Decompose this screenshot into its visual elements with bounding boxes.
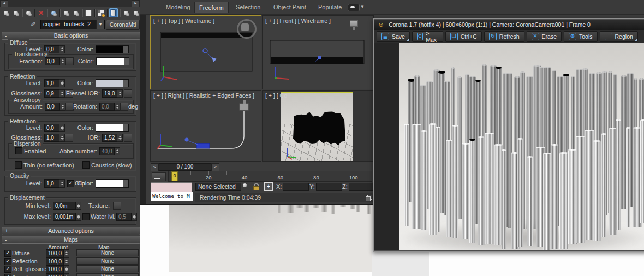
opacity-level-spinner[interactable]: 1,0 — [44, 179, 65, 188]
refraction-glossiness-spinner[interactable]: 1,0 — [44, 134, 65, 142]
refresh-button[interactable]: ↻Refresh — [484, 31, 524, 42]
map-slot-button[interactable]: None — [76, 273, 139, 276]
dispersion-enabled-checkbox[interactable] — [15, 147, 22, 154]
refraction-level-spinner[interactable]: 0,0 — [44, 124, 65, 132]
erase-button[interactable]: ✕Erase — [527, 31, 562, 42]
maxscript-listener-pink[interactable] — [151, 182, 192, 193]
ribbon-tab-object-paint[interactable]: Object Paint — [269, 2, 311, 13]
reset-material-icon[interactable]: ✕ — [37, 8, 45, 17]
viewport-top[interactable]: [ + ] [ Top ] [ Wireframe ] — [150, 15, 261, 89]
pick-material-eyedropper-icon[interactable]: ✎ — [29, 21, 37, 27]
fresnel-map-button[interactable] — [124, 89, 132, 98]
ribbon-minimize-button[interactable] — [348, 4, 360, 11]
displacement-max-spinner[interactable]: 0,001m — [53, 213, 81, 221]
assign-material-to-selection-icon[interactable] — [24, 8, 33, 17]
x-coord-field[interactable] — [283, 183, 309, 191]
map-enable-checkbox[interactable]: ✓ — [4, 274, 11, 276]
z-coord-field[interactable] — [349, 183, 375, 191]
material-type-button[interactable]: CoronaMtl — [106, 20, 140, 30]
sample-slots-scrollbar[interactable]: ◄ ► — [0, 0, 140, 7]
viewport-right[interactable]: [ + ] [ Right ] [ Realistic + Edged Face… — [150, 90, 261, 162]
transform-type-in-icon[interactable]: + — [264, 182, 273, 191]
go-forward-sibling-icon[interactable] — [132, 8, 140, 17]
map-enable-checkbox[interactable]: ✓ — [4, 266, 11, 273]
reflection-color-swatch[interactable] — [96, 79, 124, 87]
maxscript-listener-white[interactable]: Welcome to M — [151, 192, 193, 201]
refraction-glossiness-map-button[interactable] — [65, 134, 73, 142]
thin-checkbox[interactable] — [15, 161, 22, 169]
anisotropy-amount-spinner[interactable]: 0,0 — [45, 103, 65, 111]
selection-lock-icon[interactable] — [253, 183, 259, 190]
put-to-library-icon[interactable] — [71, 8, 80, 17]
rollout-advanced-options[interactable]: + Advanced options — [2, 227, 140, 235]
ior-map-button[interactable] — [124, 134, 132, 142]
show-end-result-icon[interactable] — [109, 8, 118, 17]
map-enable-checkbox[interactable]: ✓ — [4, 258, 11, 265]
timeline-next-frame-button[interactable]: > — [211, 163, 219, 171]
save-button[interactable]: ▄Save — [377, 31, 410, 42]
viewport-front-label[interactable]: [ + ] [ Front ] [ Wireframe ] — [265, 17, 331, 24]
ribbon-tab-populate[interactable]: Populate — [314, 2, 346, 13]
timeline-frame-field[interactable]: 0 / 100 — [159, 163, 211, 171]
render-to-max-button[interactable]: C> Max — [412, 31, 443, 42]
ribbon-tab-freeform[interactable]: Freeform — [194, 2, 229, 13]
tools-button[interactable]: ⚙Tools — [564, 31, 598, 42]
rollout-maps[interactable]: - Maps — [2, 236, 140, 244]
region-button[interactable]: Region — [600, 31, 638, 42]
caustics-checkbox[interactable] — [82, 161, 90, 169]
make-material-copy-icon[interactable] — [49, 8, 58, 17]
track-bar[interactable]: 20406080100 0 — [168, 171, 372, 182]
map-enable-checkbox[interactable]: ✓ — [4, 250, 11, 257]
timeline-prev-frame-button[interactable]: < — [151, 163, 159, 171]
water-level-checkbox[interactable] — [82, 213, 90, 220]
abbe-number-spinner[interactable]: 40,0 — [99, 147, 120, 155]
viewport-right-label[interactable]: [ + ] [ Right ] [ Realistic + Edged Face… — [153, 92, 254, 99]
diffuse-color-swatch[interactable] — [96, 45, 124, 53]
displacement-texture-button[interactable] — [113, 202, 121, 210]
rollout-basic-options[interactable]: - Basic options — [2, 32, 140, 40]
make-unique-icon[interactable] — [62, 8, 70, 17]
go-to-parent-icon[interactable] — [122, 8, 130, 17]
map-slot-button[interactable]: None — [76, 265, 139, 272]
refraction-color-swatch[interactable] — [96, 124, 124, 132]
map-amount-spinner[interactable]: 100,0 — [46, 265, 69, 273]
viewport-camera-label[interactable]: [ + ] [ Co — [265, 92, 287, 99]
water-level-spinner[interactable]: 0,5 — [116, 213, 137, 221]
viewport-camera[interactable]: [ + ] [ Co — [262, 90, 374, 162]
material-name-dropdown[interactable]: copper_brubeck_2 ▼ — [40, 20, 105, 29]
mini-curve-editor-button[interactable] — [152, 172, 166, 181]
copy-button[interactable]: ❏Ctrl+C — [445, 31, 482, 42]
viewcube-icon[interactable] — [237, 19, 257, 39]
material-id-channel-icon[interactable] — [84, 8, 93, 17]
map-slot-button[interactable]: None — [76, 249, 139, 256]
anisotropy-rotation-spinner[interactable]: 0,0 — [99, 103, 120, 111]
map-amount-spinner[interactable]: 100,0 — [46, 257, 69, 266]
reflection-glossiness-spinner[interactable]: 0,9 — [44, 89, 65, 98]
translucency-color-swatch[interactable] — [96, 57, 124, 65]
material-editor-scroll-track[interactable] — [140, 0, 146, 204]
map-slot-button[interactable]: None — [76, 257, 139, 265]
put-material-to-scene-icon[interactable] — [11, 8, 20, 17]
map-amount-spinner[interactable]: 100,0 — [46, 249, 69, 257]
displacement-min-spinner[interactable]: 0,0m — [53, 202, 81, 210]
rotation-map-button[interactable] — [120, 103, 128, 111]
dropdown-arrow-icon[interactable]: ▼ — [96, 20, 104, 29]
map-amount-spinner[interactable]: 100,0 — [46, 273, 69, 276]
vfb-title-bar[interactable]: ☺ Corona 1.7 (hotfix 4) | 600×600px (1:1… — [374, 20, 644, 30]
scroll-left-button[interactable]: ◄ — [0, 0, 8, 7]
ribbon-tab-selection[interactable]: Selection — [231, 2, 265, 13]
scroll-right-button[interactable]: ► — [132, 0, 140, 7]
ior-spinner[interactable]: 1,52 — [102, 134, 123, 142]
y-coord-field[interactable] — [316, 183, 342, 191]
time-slider[interactable]: 0 — [171, 171, 178, 181]
translucency-fraction-spinner[interactable]: 0,0 — [45, 57, 65, 65]
opacity-color-swatch[interactable] — [96, 179, 124, 188]
viewport-top-label[interactable]: [ + ] [ Top ] [ Wireframe ] — [153, 17, 214, 24]
viewport-front[interactable]: [ + ] [ Front ] [ Wireframe ] — [262, 15, 374, 89]
show-map-in-viewport-icon[interactable] — [97, 8, 105, 17]
ribbon-dropdown-caret-icon[interactable]: ▼ — [360, 4, 365, 9]
ribbon-tab-modeling[interactable]: Modeling — [162, 2, 195, 13]
isolate-selection-icon[interactable] — [242, 183, 247, 190]
fresnel-ior-spinner[interactable]: 19,0 — [102, 89, 123, 98]
get-material-icon[interactable] — [2, 8, 10, 17]
